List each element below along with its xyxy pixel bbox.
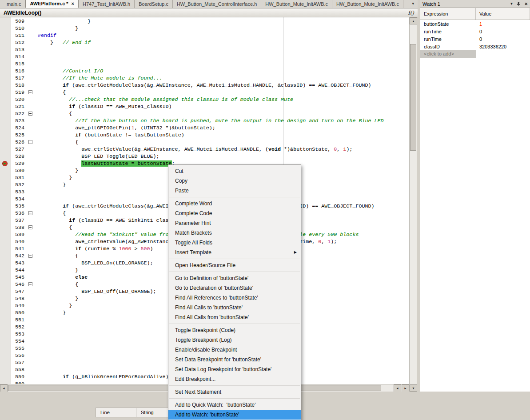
breakpoint-margin[interactable] [0,274,11,281]
fold-margin[interactable] [27,210,35,217]
breakpoint-margin[interactable] [0,252,11,260]
fold-collapse-icon[interactable] [28,254,32,258]
tab-aweplatform-c[interactable]: AWEPlatform.c *× [25,0,79,8]
fold-margin[interactable] [27,252,35,260]
breakpoint-margin[interactable] [0,302,11,309]
breakpoint-margin[interactable] [0,82,11,89]
breakpoint-margin[interactable] [0,174,11,181]
watch-column-value[interactable]: Value [476,8,530,20]
scroll-right-button[interactable]: ► [402,384,409,392]
fold-collapse-icon[interactable] [28,112,32,116]
fold-margin[interactable] [27,181,35,188]
code-line[interactable]: 524 awe_pltGPIOGetPin(1, (UINT32 *)&butt… [0,124,384,132]
scroll-left-button-2[interactable]: ◄ [394,384,401,392]
tab-hw-button-mute-initawb-c[interactable]: HW_Button_Mute_InitAWB.c [261,0,332,8]
fold-margin[interactable] [27,103,35,110]
code-line[interactable]: 520 //...check that the module assigned … [0,96,384,103]
fold-margin[interactable] [27,188,35,196]
code-line[interactable]: 513 [0,46,384,53]
breakpoint-margin[interactable] [0,18,11,25]
code-line[interactable]: 512 } // End if [0,39,384,46]
breakpoint-margin[interactable] [0,373,11,380]
fold-margin[interactable] [27,146,35,153]
breakpoint-margin[interactable] [0,32,11,39]
breakpoint-margin[interactable] [0,331,11,338]
menu-item-paste[interactable]: Paste [168,186,301,196]
tab-hw-button-mute-initawb-c[interactable]: HW_Button_Mute_InitAWB.c [332,0,403,8]
fold-margin[interactable] [27,373,35,380]
watch-row[interactable]: runTime0 [420,35,530,43]
menu-item-go-to-definition-of-buttonstate[interactable]: Go to Definition of 'buttonState' [168,273,301,283]
menu-item-go-to-declaration-of-buttonstate[interactable]: Go to Declaration of 'buttonState' [168,283,301,293]
fold-margin[interactable] [27,352,35,359]
menu-item-set-data-breakpoint-for-buttonstate[interactable]: Set Data Breakpoint for 'buttonState' [168,355,301,364]
fold-margin[interactable] [27,231,35,238]
fold-margin[interactable] [27,316,35,324]
fold-margin[interactable] [27,302,35,309]
breakpoint-margin[interactable] [0,295,11,302]
fold-margin[interactable] [27,274,35,281]
pin-icon[interactable] [517,2,521,6]
fold-margin[interactable] [27,68,35,75]
menu-item-find-all-calls-from-buttonstate[interactable]: Find All Calls from 'buttonState' [168,312,301,322]
menu-item-parameter-hint[interactable]: Parameter Hint [168,218,301,228]
fold-margin[interactable] [27,238,35,245]
breakpoint-margin[interactable] [0,316,11,324]
fold-margin[interactable] [27,196,35,203]
fold-margin[interactable] [27,224,35,231]
breakpoint-margin[interactable] [0,260,11,267]
fold-margin[interactable] [27,110,35,117]
fold-margin[interactable] [27,75,35,82]
menu-item-toggle-breakpoint-log[interactable]: Toggle Breakpoint (Log) [168,335,301,345]
scroll-left-button[interactable]: ◄ [0,384,8,392]
menu-item-match-brackets[interactable]: Match Brackets [168,228,301,238]
code-line[interactable]: 510 } [0,25,384,32]
code-line[interactable]: 516 //Control I/O [0,68,384,75]
breakpoint-margin[interactable] [0,288,11,295]
breakpoint-margin[interactable] [0,53,11,60]
fold-collapse-icon[interactable] [28,282,32,286]
breakpoint-margin[interactable] [0,217,11,224]
breakpoint-margin[interactable] [0,196,11,203]
tab-main-c[interactable]: main.c [3,0,25,8]
code-line[interactable]: 518 if (awe_ctrlGetModuleClass(&g_AWEIns… [0,82,384,89]
breakpoint-margin[interactable] [0,160,11,167]
breakpoint-margin[interactable] [0,89,11,96]
breakpoint-margin[interactable] [0,68,11,75]
menu-item-cut[interactable]: Cut [168,166,301,176]
fold-margin[interactable] [27,18,35,25]
menu-item-find-all-calls-to-buttonstate[interactable]: Find All Calls to 'buttonState' [168,303,301,312]
close-icon[interactable]: ✕ [524,2,528,6]
vertical-scrollbar[interactable]: ▲ ▼ [409,17,417,392]
menu-item-complete-word[interactable]: Complete Word [168,199,301,208]
menu-item-set-next-statement[interactable]: Set Next Statement [168,387,301,397]
breakpoint-margin[interactable] [0,153,11,160]
menu-item-complete-code[interactable]: Complete Code [168,208,301,218]
fold-margin[interactable] [27,203,35,210]
breakpoint-margin[interactable] [0,124,11,132]
fold-margin[interactable] [27,331,35,338]
close-icon[interactable]: × [72,1,74,6]
fold-collapse-icon[interactable] [28,211,32,215]
code-line[interactable]: 511#endif [0,32,384,39]
breakpoint-margin[interactable] [0,345,11,352]
code-line[interactable]: 514 [0,53,384,60]
scroll-down-button[interactable]: ▼ [410,384,417,392]
code-line[interactable]: 526 { [0,139,384,146]
menu-item-toggle-all-folds[interactable]: Toggle All Folds [168,238,301,248]
tab-boardsetup-c[interactable]: BoardSetup.c [135,0,173,8]
breakpoint-margin[interactable] [0,231,11,238]
breakpoint-margin[interactable] [0,281,11,288]
fold-margin[interactable] [27,295,35,302]
fold-collapse-icon[interactable] [28,140,32,144]
breakpoint-margin[interactable] [0,39,11,46]
fold-margin[interactable] [27,345,35,352]
fold-margin[interactable] [27,153,35,160]
fold-margin[interactable] [27,217,35,224]
fold-margin[interactable] [27,338,35,345]
fold-margin[interactable] [27,117,35,124]
breakpoint-margin[interactable] [0,210,11,217]
fold-margin[interactable] [27,324,35,331]
fold-margin[interactable] [27,366,35,373]
breakpoint-margin[interactable] [0,224,11,231]
